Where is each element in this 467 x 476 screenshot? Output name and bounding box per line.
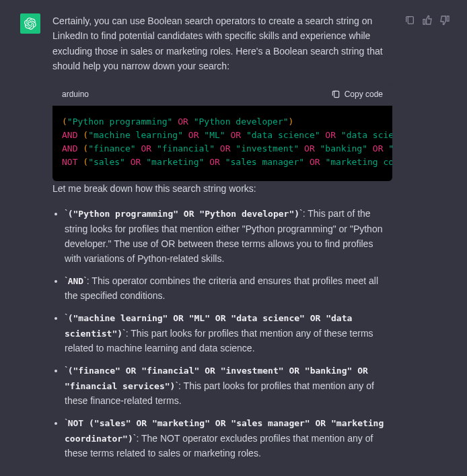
thumbs-up-icon[interactable] <box>422 15 433 26</box>
code-block: arduino Copy code ("Python programming" … <box>52 83 392 182</box>
message-actions <box>404 15 450 476</box>
code-language-label: arduino <box>62 88 89 101</box>
list-item: `("finance" OR "financial" OR "investmen… <box>65 363 392 409</box>
clipboard-icon <box>331 90 340 99</box>
list-item: `NOT ("sales" OR "marketing" OR "sales m… <box>65 415 392 461</box>
copy-code-label: Copy code <box>345 88 383 101</box>
clipboard-icon[interactable] <box>404 15 415 26</box>
breakdown-intro: Let me break down how this search string… <box>52 181 392 196</box>
message-content: Certainly, you can use Boolean search op… <box>52 13 392 476</box>
assistant-avatar <box>20 13 40 34</box>
svg-rect-1 <box>408 17 413 24</box>
list-item: `("Python programming" OR "Python develo… <box>65 206 392 267</box>
assistant-message: Certainly, you can use Boolean search op… <box>0 0 467 476</box>
list-item: `AND`: This operator combines the criter… <box>65 273 392 304</box>
thumbs-down-icon[interactable] <box>439 15 450 26</box>
intro-paragraph: Certainly, you can use Boolean search op… <box>52 13 392 74</box>
chatgpt-logo-icon <box>24 18 36 30</box>
copy-code-button[interactable]: Copy code <box>331 88 383 101</box>
list-item: `("machine learning" OR "ML" OR "data sc… <box>65 310 392 356</box>
breakdown-list: `("Python programming" OR "Python develo… <box>52 206 392 461</box>
code-content[interactable]: ("Python programming" OR "Python develop… <box>52 106 392 182</box>
outro-paragraph: You can copy and paste this search strin… <box>52 473 392 476</box>
svg-rect-0 <box>334 91 338 97</box>
code-block-header: arduino Copy code <box>52 83 392 106</box>
